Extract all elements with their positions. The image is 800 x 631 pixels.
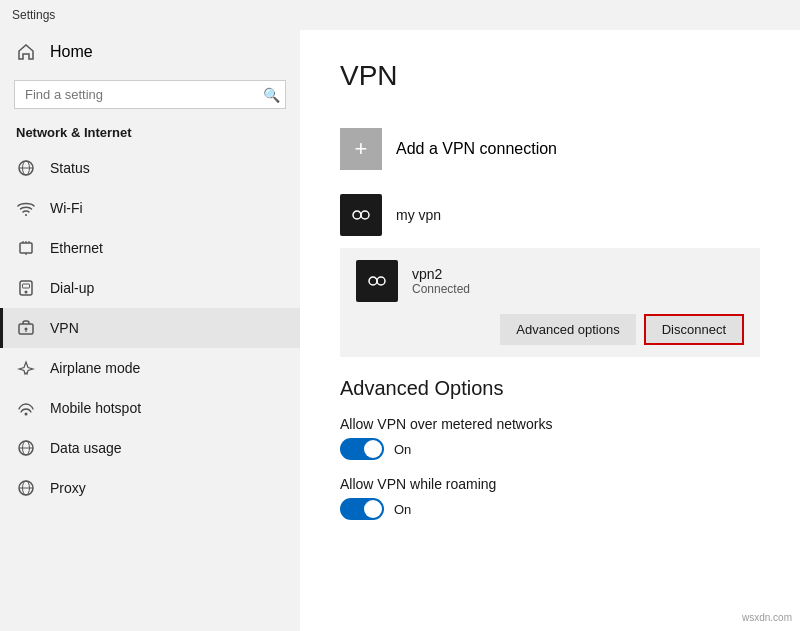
metered-toggle-label: On bbox=[394, 442, 411, 457]
sidebar-item-home[interactable]: Home bbox=[0, 30, 300, 74]
vpn2-name: vpn2 bbox=[412, 266, 744, 282]
sidebar-search: 🔍 bbox=[14, 80, 286, 109]
svg-point-10 bbox=[25, 291, 28, 294]
svg-point-22 bbox=[353, 211, 361, 219]
option-metered-label: Allow VPN over metered networks bbox=[340, 416, 760, 432]
roaming-toggle[interactable] bbox=[340, 498, 384, 520]
option-metered: Allow VPN over metered networks On bbox=[340, 416, 760, 460]
svg-point-13 bbox=[25, 328, 28, 331]
proxy-icon bbox=[16, 478, 36, 498]
svg-point-24 bbox=[369, 277, 377, 285]
vpn2-icon bbox=[356, 260, 398, 302]
datausage-icon bbox=[16, 438, 36, 458]
content-area: VPN + Add a VPN connection my vpn bbox=[300, 30, 800, 631]
title-bar-label: Settings bbox=[12, 8, 55, 22]
ethernet-label: Ethernet bbox=[50, 240, 103, 256]
svg-point-3 bbox=[25, 214, 27, 216]
option-metered-toggle-row: On bbox=[340, 438, 760, 460]
search-icon[interactable]: 🔍 bbox=[263, 87, 280, 103]
vpn-item-myvpn[interactable]: my vpn bbox=[340, 182, 760, 248]
sidebar-item-dialup[interactable]: Dial-up bbox=[0, 268, 300, 308]
option-roaming-label: Allow VPN while roaming bbox=[340, 476, 760, 492]
sidebar-item-wifi[interactable]: Wi-Fi bbox=[0, 188, 300, 228]
add-vpn-icon: + bbox=[340, 128, 382, 170]
title-bar: Settings bbox=[0, 0, 800, 30]
vpn2-info: vpn2 Connected bbox=[412, 266, 744, 296]
vpn-action-buttons: Advanced options Disconnect bbox=[356, 314, 744, 345]
roaming-toggle-label: On bbox=[394, 502, 411, 517]
vpn2-status: Connected bbox=[412, 282, 744, 296]
advanced-options-button[interactable]: Advanced options bbox=[500, 314, 635, 345]
advanced-options-title: Advanced Options bbox=[340, 377, 760, 400]
svg-rect-11 bbox=[23, 284, 30, 288]
page-title: VPN bbox=[340, 60, 760, 92]
option-roaming-toggle-row: On bbox=[340, 498, 760, 520]
home-label: Home bbox=[50, 43, 93, 61]
svg-point-15 bbox=[25, 413, 28, 416]
svg-point-25 bbox=[377, 277, 385, 285]
airplane-icon bbox=[16, 358, 36, 378]
vpn2-row: vpn2 Connected bbox=[356, 260, 744, 302]
vpn-myvpn-icon bbox=[340, 194, 382, 236]
option-roaming: Allow VPN while roaming On bbox=[340, 476, 760, 520]
ethernet-icon bbox=[16, 238, 36, 258]
vpn-myvpn-info: my vpn bbox=[396, 207, 760, 223]
proxy-label: Proxy bbox=[50, 480, 86, 496]
dialup-icon bbox=[16, 278, 36, 298]
sidebar-item-airplane[interactable]: Airplane mode bbox=[0, 348, 300, 388]
wifi-icon bbox=[16, 198, 36, 218]
search-input[interactable] bbox=[14, 80, 286, 109]
airplane-label: Airplane mode bbox=[50, 360, 140, 376]
svg-rect-4 bbox=[20, 243, 32, 253]
hotspot-label: Mobile hotspot bbox=[50, 400, 141, 416]
add-vpn-label: Add a VPN connection bbox=[396, 140, 557, 158]
metered-toggle[interactable] bbox=[340, 438, 384, 460]
wifi-label: Wi-Fi bbox=[50, 200, 83, 216]
sidebar-item-datausage[interactable]: Data usage bbox=[0, 428, 300, 468]
sidebar-section-label: Network & Internet bbox=[0, 121, 300, 148]
home-icon bbox=[16, 42, 36, 62]
vpn-connected-block: vpn2 Connected Advanced options Disconne… bbox=[340, 248, 760, 357]
status-label: Status bbox=[50, 160, 90, 176]
sidebar-item-ethernet[interactable]: Ethernet bbox=[0, 228, 300, 268]
watermark: wsxdn.com bbox=[742, 612, 792, 623]
sidebar-item-hotspot[interactable]: Mobile hotspot bbox=[0, 388, 300, 428]
datausage-label: Data usage bbox=[50, 440, 122, 456]
sidebar: Home 🔍 Network & Internet Status bbox=[0, 30, 300, 631]
disconnect-button[interactable]: Disconnect bbox=[644, 314, 744, 345]
sidebar-item-proxy[interactable]: Proxy bbox=[0, 468, 300, 508]
vpn-myvpn-name: my vpn bbox=[396, 207, 760, 223]
sidebar-item-vpn[interactable]: VPN bbox=[0, 308, 300, 348]
sidebar-item-status[interactable]: Status bbox=[0, 148, 300, 188]
hotspot-icon bbox=[16, 398, 36, 418]
vpn-list: + Add a VPN connection my vpn bbox=[340, 116, 760, 357]
main-layout: Home 🔍 Network & Internet Status bbox=[0, 30, 800, 631]
status-icon bbox=[16, 158, 36, 178]
add-vpn-item[interactable]: + Add a VPN connection bbox=[340, 116, 760, 182]
vpn-label: VPN bbox=[50, 320, 79, 336]
vpn-icon bbox=[16, 318, 36, 338]
dialup-label: Dial-up bbox=[50, 280, 94, 296]
svg-point-23 bbox=[361, 211, 369, 219]
